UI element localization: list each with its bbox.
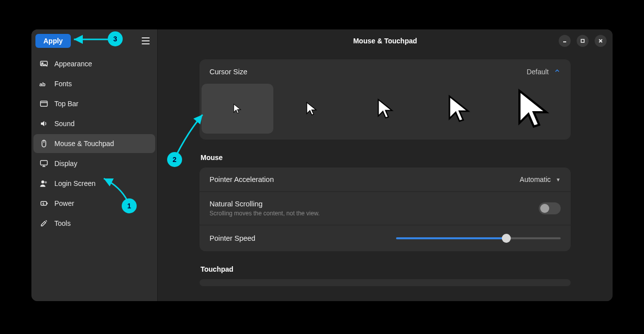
sidebar-item-sound[interactable]: Sound — [33, 114, 155, 133]
mouse-panel: Pointer Acceleration Automatic ▼ Natural… — [200, 167, 571, 251]
menu-button[interactable] — [138, 33, 153, 48]
topbar-icon — [39, 99, 48, 108]
cursor-size-option-4[interactable] — [424, 84, 495, 134]
sidebar-item-label: Login Screen — [54, 179, 96, 187]
cursor-arrow-icon — [375, 98, 397, 120]
cursor-size-option-2[interactable] — [275, 84, 347, 134]
sidebar: Apply Appearance ab Fonts — [31, 29, 158, 301]
sidebar-item-label: Power — [54, 199, 74, 207]
cursor-arrow-icon — [512, 87, 555, 130]
sidebar-item-label: Appearance — [54, 60, 92, 68]
sidebar-item-label: Mouse & Touchpad — [54, 140, 114, 148]
maximize-button[interactable] — [577, 35, 589, 47]
svg-rect-7 — [40, 161, 47, 165]
cursor-size-option-5[interactable] — [498, 84, 570, 134]
cursor-size-header[interactable]: Cursor Size Default — [200, 59, 571, 84]
maximize-icon — [580, 38, 585, 43]
slider-fill — [396, 237, 506, 239]
minimize-icon — [562, 38, 567, 43]
cursor-arrow-icon — [304, 101, 319, 116]
sidebar-item-label: Display — [54, 160, 77, 167]
sidebar-item-fonts[interactable]: ab Fonts — [33, 74, 155, 93]
sidebar-item-mouse-touchpad[interactable]: Mouse & Touchpad — [33, 134, 155, 153]
window-controls — [559, 35, 607, 47]
display-icon — [39, 159, 48, 168]
svg-rect-3 — [40, 101, 47, 107]
switch-knob — [540, 204, 549, 213]
power-icon — [39, 199, 48, 208]
sidebar-header: Apply — [31, 29, 157, 52]
sidebar-nav: Appearance ab Fonts Top Bar Sound — [31, 52, 157, 235]
page-title: Mouse & Touchpad — [158, 37, 613, 45]
svg-point-10 — [41, 180, 44, 183]
cursor-size-panel: Cursor Size Default — [200, 59, 571, 140]
sidebar-item-topbar[interactable]: Top Bar — [33, 94, 155, 113]
pointer-acceleration-label: Pointer Acceleration — [210, 175, 274, 183]
touchpad-section-title: Touchpad — [201, 265, 571, 273]
svg-point-11 — [45, 181, 47, 184]
hamburger-icon — [142, 37, 150, 38]
appearance-icon — [39, 59, 48, 68]
slider-thumb[interactable] — [502, 234, 511, 243]
cursor-arrow-icon — [444, 94, 474, 124]
sidebar-item-label: Tools — [54, 219, 71, 227]
pointer-speed-slider[interactable] — [396, 233, 561, 243]
svg-rect-15 — [581, 39, 584, 42]
pointer-acceleration-row[interactable]: Pointer Acceleration Automatic ▼ — [200, 167, 571, 192]
sidebar-item-power[interactable]: Power — [33, 194, 155, 213]
apply-button[interactable]: Apply — [35, 34, 71, 48]
minimize-button[interactable] — [559, 35, 571, 47]
sidebar-item-tools[interactable]: Tools — [33, 214, 155, 233]
cursor-arrow-icon — [232, 103, 243, 114]
chevron-down-icon: ▼ — [556, 177, 561, 182]
cursor-size-label: Cursor Size — [210, 68, 247, 76]
natural-scrolling-row: Natural Scrolling Scrolling moves the co… — [200, 192, 571, 225]
login-icon — [39, 179, 48, 188]
pointer-speed-row: Pointer Speed — [200, 225, 571, 251]
fonts-icon: ab — [39, 79, 48, 88]
main-area: Mouse & Touchpad Cursor Size De — [158, 29, 613, 301]
titlebar: Mouse & Touchpad — [158, 29, 613, 52]
mouse-section-title: Mouse — [201, 154, 571, 162]
close-button[interactable] — [595, 35, 607, 47]
cursor-size-option-1[interactable] — [202, 84, 273, 134]
close-icon — [598, 38, 603, 43]
slider-track — [396, 237, 561, 239]
chevron-up-icon — [554, 67, 561, 76]
natural-scrolling-switch[interactable] — [539, 202, 561, 214]
cursor-size-value: Default — [527, 68, 549, 76]
settings-window: Apply Appearance ab Fonts — [31, 29, 613, 301]
sidebar-item-label: Fonts — [54, 80, 72, 88]
sidebar-item-label: Top Bar — [54, 100, 78, 108]
pointer-acceleration-value: Automatic — [520, 175, 551, 183]
sidebar-item-appearance[interactable]: Appearance — [33, 54, 155, 73]
mouse-icon — [39, 139, 48, 148]
sidebar-item-display[interactable]: Display — [33, 154, 155, 173]
touchpad-panel — [200, 279, 571, 286]
sidebar-item-label: Sound — [54, 120, 74, 128]
natural-scrolling-label: Natural Scrolling — [210, 200, 539, 208]
tools-icon — [39, 219, 48, 228]
pointer-speed-label: Pointer Speed — [210, 234, 255, 242]
natural-scrolling-sub: Scrolling moves the content, not the vie… — [210, 210, 539, 217]
cursor-size-options — [200, 84, 571, 140]
sound-icon — [39, 119, 48, 128]
sidebar-item-login-screen[interactable]: Login Screen — [33, 174, 155, 193]
cursor-size-option-3[interactable] — [350, 84, 422, 134]
svg-text:ab: ab — [39, 81, 45, 87]
content: Cursor Size Default — [158, 52, 613, 301]
